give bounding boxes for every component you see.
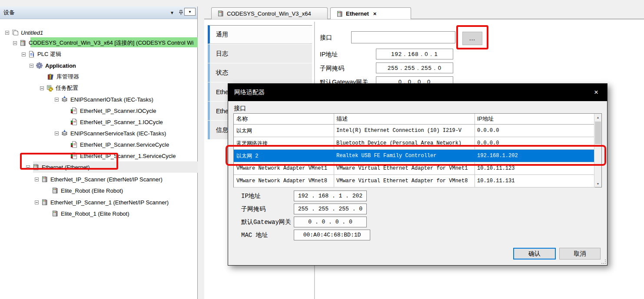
tree-item[interactable]: EtherNet_IP_Scanner.ServiceCycle [70, 139, 169, 150]
tree-item-ethernet[interactable]: Ethernet (Ethernet) [26, 162, 90, 172]
dialog-gateway-label: 默认Gateway网关 [241, 218, 291, 226]
subnet-mask-label: 子网掩码 [320, 65, 344, 72]
dialog-close-icon[interactable]: × [591, 88, 601, 97]
device-icon [32, 164, 40, 171]
collapse-icon[interactable] [55, 131, 59, 135]
scrollbar-thumb[interactable] [595, 122, 601, 144]
tree-item[interactable]: ENIPScannerIOTask (IEC-Tasks) [55, 94, 153, 105]
interface-input[interactable] [351, 31, 455, 43]
dialog-ip-label: IP地址 [241, 192, 261, 200]
application-gear-icon [36, 62, 43, 69]
network-adapter-dialog: 网络适配器 × 接口 名称 描述 IP地址 以太网 Intel(R) Ether… [228, 83, 607, 266]
collapse-icon[interactable] [55, 98, 59, 102]
resize-grip[interactable] [601, 260, 606, 264]
table-row[interactable]: VMware Network Adapter VMnet8 VMware Vir… [234, 175, 595, 187]
confirm-button[interactable]: 确认 [513, 248, 556, 260]
device-icon [41, 199, 48, 206]
devices-panel: 设备 ▼ × ▼ Untitled1 CODESYS_Control_Win_V… [0, 7, 198, 299]
plc-logic-icon [28, 51, 35, 58]
cancel-button[interactable]: 取消 [559, 248, 601, 260]
device-icon [51, 187, 59, 194]
table-row-selected[interactable]: 以太网 2 Realtek USB FE Family Controller 1… [234, 150, 595, 162]
adapter-table: 名称 描述 IP地址 以太网 Intel(R) Ethernet Connect… [233, 113, 602, 187]
dialog-subnet-field: 255 . 255 . 255 . 0 [294, 204, 367, 214]
device-icon [41, 176, 48, 183]
table-row[interactable]: VMware Network Adapter VMnet1 VMware Vir… [234, 162, 595, 175]
table-header-row: 名称 描述 IP地址 [234, 114, 595, 125]
scroll-down-icon[interactable]: ▼ [594, 180, 601, 187]
project-pages-icon [11, 29, 19, 36]
scroll-up-icon[interactable]: ▲ [594, 114, 601, 121]
tree-item[interactable]: EtherNet_IP_Scanner_1.IOCycle [70, 117, 163, 127]
browse-button[interactable]: ... [462, 32, 482, 45]
tab-codesys-control[interactable]: CODESYS_Control_Win_V3_x64 [211, 7, 328, 19]
collapse-icon[interactable] [26, 165, 30, 169]
panel-dropdown-icon[interactable]: ▼ [168, 9, 176, 16]
collapse-icon[interactable] [5, 31, 9, 35]
library-manager-icon [47, 73, 54, 80]
tree-item[interactable]: EtherNet_IP_Scanner.IOCycle [70, 105, 156, 116]
device-icon [19, 39, 27, 46]
task-icon [61, 96, 68, 103]
dialog-title: 网络适配器 [234, 89, 265, 96]
dialog-mac-label: MAC 地址 [241, 231, 268, 239]
tree-item[interactable]: Elite_Robot_1 (Elite Robot) [51, 208, 129, 219]
ip-address-label: IP地址 [320, 51, 338, 59]
column-header-name[interactable]: 名称 [234, 114, 334, 124]
collapse-icon[interactable] [30, 64, 33, 68]
dialog-ip-field: 192 . 168 . 1 . 202 [294, 191, 367, 201]
program-call-icon [70, 141, 78, 148]
tree-item[interactable]: 任务配置 [40, 83, 78, 93]
collapse-icon[interactable] [35, 200, 39, 204]
tree-item[interactable]: Application [30, 60, 76, 71]
tab-status[interactable]: 状态 [208, 63, 312, 82]
device-icon [336, 10, 343, 17]
task-icon [61, 130, 68, 137]
tree-item[interactable]: CODESYS_Control_Win_V3_x64 [连接的] (CODESY… [13, 38, 193, 48]
tree-item[interactable]: ENIPScannerServiceTask (IEC-Tasks) [55, 128, 166, 138]
editor-tab-bar: CODESYS_Control_Win_V3_x64 Ethernet × [204, 7, 644, 19]
program-call-icon [70, 118, 78, 125]
tree-item[interactable]: PLC 逻辑 [22, 49, 61, 59]
column-header-ip[interactable]: IP地址 [475, 114, 595, 124]
devices-panel-title: 设备 [3, 9, 168, 16]
table-row[interactable]: 以太网 Intel(R) Ethernet Connection (10) I2… [234, 125, 595, 137]
collapse-icon[interactable] [13, 41, 17, 45]
tree-dropdown-button[interactable]: ▼ [184, 8, 196, 16]
table-scrollbar[interactable]: ▲ ▼ [594, 114, 601, 187]
device-icon [51, 210, 59, 217]
tree-item[interactable]: Elite_Robot (Elite Robot) [51, 185, 123, 196]
tab-close-icon[interactable]: × [373, 10, 377, 17]
dialog-gateway-field: 0 . 0 . 0 . 0 [294, 217, 367, 227]
interfaces-label: 接口 [234, 105, 246, 112]
tree-item[interactable]: Untitled1 [5, 27, 43, 38]
tab-general[interactable]: 通用 [208, 25, 312, 44]
pin-icon[interactable] [176, 9, 185, 16]
tree-item[interactable]: EtherNet_IP_Scanner_1 (EtherNet/IP Scann… [35, 197, 169, 207]
interface-label: 接口 [320, 34, 332, 42]
devices-panel-header: 设备 ▼ × [0, 7, 197, 19]
tab-ethernet[interactable]: Ethernet × [330, 7, 411, 20]
dialog-subnet-label: 子网掩码 [241, 205, 266, 213]
subnet-mask-field[interactable]: 255 . 255 . 255 . 0 [376, 62, 453, 73]
collapse-icon[interactable] [40, 86, 44, 90]
dialog-mac-field: 00:A0:4C:68:BD:1D [294, 230, 370, 240]
tab-log[interactable]: 日志 [208, 44, 312, 63]
column-header-description[interactable]: 描述 [334, 114, 475, 124]
program-call-icon [70, 107, 78, 114]
table-row[interactable]: 蓝牙网络连接 Bluetooth Device (Personal Area N… [234, 137, 595, 150]
tree-item[interactable]: 库管理器 [47, 72, 79, 82]
program-call-icon [70, 152, 78, 159]
device-icon [217, 10, 224, 17]
task-config-icon [46, 85, 53, 92]
tree-item[interactable]: EtherNet_IP_Scanner_1.ServiceCycle [70, 151, 176, 161]
collapse-icon[interactable] [35, 177, 39, 181]
tree-item[interactable]: EtherNet_IP_Scanner (EtherNet/IP Scanner… [35, 174, 163, 184]
ip-address-field[interactable]: 192 . 168 . 0 . 1 [376, 49, 453, 59]
collapse-icon[interactable] [22, 53, 26, 56]
dialog-titlebar[interactable]: 网络适配器 × [228, 84, 607, 101]
